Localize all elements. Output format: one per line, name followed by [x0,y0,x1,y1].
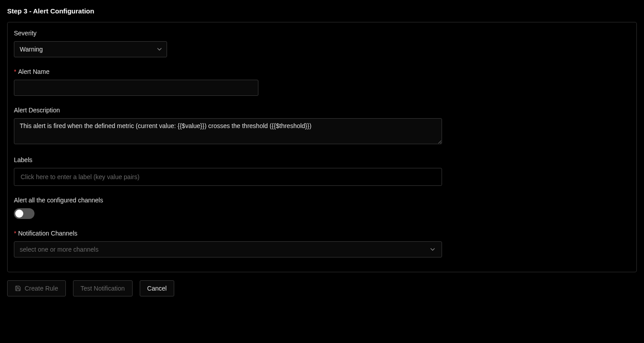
alert-all-field: Alert all the configured channels [14,197,630,219]
required-mark: * [14,230,16,237]
alert-name-input[interactable] [14,80,258,96]
test-notification-label: Test Notification [81,285,125,292]
page-title: Step 3 - Alert Configuration [7,7,637,15]
notification-channels-field: *Notification Channels select one or mor… [14,230,630,257]
save-icon [15,285,21,292]
notification-channels-label-text: Notification Channels [18,230,77,237]
severity-label: Severity [14,30,630,37]
button-row: Create Rule Test Notification Cancel [7,280,637,296]
alert-description-label: Alert Description [14,107,630,114]
test-notification-button[interactable]: Test Notification [73,280,133,296]
severity-select[interactable]: Warning [14,41,167,57]
severity-field: Severity Warning [14,30,630,57]
alert-config-panel: Severity Warning *Alert Name Alert Descr… [7,22,637,272]
alert-name-label: *Alert Name [14,68,630,75]
labels-field: Labels Click here to enter a label (key … [14,156,630,186]
labels-label: Labels [14,156,630,163]
cancel-button[interactable]: Cancel [140,280,175,296]
create-rule-button[interactable]: Create Rule [7,280,66,296]
required-mark: * [14,68,16,75]
alert-description-field: Alert Description [14,107,630,146]
create-rule-label: Create Rule [25,285,58,292]
cancel-label: Cancel [147,285,167,292]
switch-knob [15,210,23,218]
alert-description-textarea[interactable] [14,118,442,144]
notification-channels-select[interactable]: select one or more channels [14,241,442,257]
chevron-down-icon [430,247,435,252]
severity-value: Warning [20,46,43,53]
alert-name-field: *Alert Name [14,68,630,96]
notification-channels-label: *Notification Channels [14,230,630,237]
alert-all-toggle[interactable] [14,208,34,219]
notification-channels-placeholder: select one or more channels [20,246,99,253]
chevron-down-icon [157,47,162,52]
labels-placeholder: Click here to enter a label (key value p… [21,173,139,180]
alert-name-label-text: Alert Name [18,68,49,75]
labels-input[interactable]: Click here to enter a label (key value p… [14,168,442,186]
alert-all-label: Alert all the configured channels [14,197,630,204]
